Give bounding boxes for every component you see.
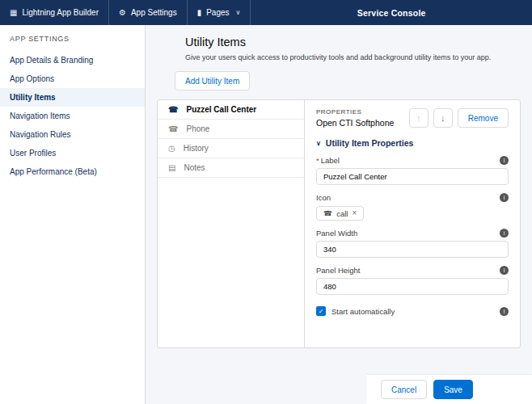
remove-icon-button[interactable]: × xyxy=(352,209,357,217)
label-field-label: Label xyxy=(321,156,340,165)
start-automatically-row: ✓ Start automatically i xyxy=(316,306,509,316)
top-navbar: ▦ Lightning App Builder ⚙ App Settings ▮… xyxy=(0,0,532,25)
utility-items-card: ☎ Puzzel Call Center ☎ Phone ◷ History ▤… xyxy=(157,99,521,348)
app-builder-title: Lightning App Builder xyxy=(22,8,99,17)
sidebar-item-utility-items[interactable]: Utility Items xyxy=(0,88,145,107)
panel-width-label: Panel Width xyxy=(316,229,357,238)
utility-item-label: Phone xyxy=(186,124,209,133)
utility-item-puzzel-call-center[interactable]: ☎ Puzzel Call Center xyxy=(158,100,304,120)
info-icon[interactable]: i xyxy=(500,193,509,202)
utility-items-title: Utility Items xyxy=(185,36,524,48)
properties-type: Open CTI Softphone xyxy=(316,118,394,128)
nav-app-settings[interactable]: ⚙ App Settings xyxy=(109,0,188,25)
icon-pill[interactable]: ☎ call × xyxy=(316,206,364,221)
add-utility-item-button[interactable]: Add Utility Item xyxy=(175,71,250,90)
label-field-group: * Label i xyxy=(316,156,509,185)
panel-height-input[interactable] xyxy=(316,278,509,295)
properties-actions: ↑ ↓ Remove xyxy=(409,108,509,128)
info-icon[interactable]: i xyxy=(500,229,509,238)
navbar-center: Service Console xyxy=(251,0,532,25)
call-icon: ☎ xyxy=(168,106,178,114)
utility-item-list: ☎ Puzzel Call Center ☎ Phone ◷ History ▤… xyxy=(158,100,305,347)
call-icon: ☎ xyxy=(323,209,332,217)
sidebar-item-app-performance[interactable]: App Performance (Beta) xyxy=(0,162,145,181)
properties-eyebrow: PROPERTIES xyxy=(316,108,394,116)
info-icon[interactable]: i xyxy=(500,307,509,316)
start-automatically-label: Start automatically xyxy=(331,307,395,316)
cancel-button[interactable]: Cancel xyxy=(381,380,427,399)
info-icon[interactable]: i xyxy=(500,266,509,275)
nav-pages-dropdown[interactable]: ▮ Pages ∨ xyxy=(188,0,251,25)
chevron-down-icon: ∨ xyxy=(236,9,241,16)
icon-field-group: Icon i ☎ call × xyxy=(316,193,509,221)
sidebar-item-navigation-rules[interactable]: Navigation Rules xyxy=(0,125,145,144)
label-input[interactable] xyxy=(316,168,509,185)
app-builder-home[interactable]: ▦ Lightning App Builder xyxy=(0,0,109,25)
chevron-down-icon: ∨ xyxy=(316,140,321,147)
call-icon: ☎ xyxy=(168,125,178,133)
panel-width-label-row: Panel Width i xyxy=(316,229,509,238)
utility-items-page: Utility Items Give your users quick acce… xyxy=(146,25,532,404)
nav-pages-label: Pages xyxy=(206,8,229,17)
save-bar: Cancel Save xyxy=(366,375,532,404)
panel-height-label-row: Panel Height i xyxy=(316,266,509,275)
panel-width-input[interactable] xyxy=(316,241,509,258)
panel-height-field-group: Panel Height i xyxy=(316,266,509,295)
utility-item-label: Notes xyxy=(184,163,205,172)
arrow-down-icon: ↓ xyxy=(441,113,445,123)
panel-width-field-group: Panel Width i xyxy=(316,229,509,258)
app-settings-sidebar: APP SETTINGS App Details & Branding App … xyxy=(0,25,146,404)
sidebar-item-user-profiles[interactable]: User Profiles xyxy=(0,144,145,162)
properties-header: PROPERTIES Open CTI Softphone ↑ ↓ Remove xyxy=(316,108,509,128)
gear-icon: ⚙ xyxy=(119,9,126,17)
save-button[interactable]: Save xyxy=(433,380,473,399)
sidebar-item-app-options[interactable]: App Options xyxy=(0,69,145,88)
sidebar-item-app-details-branding[interactable]: App Details & Branding xyxy=(0,51,145,69)
properties-panel: PROPERTIES Open CTI Softphone ↑ ↓ Remove… xyxy=(305,100,520,347)
icon-pill-label: call xyxy=(336,209,348,218)
panel-height-label: Panel Height xyxy=(316,266,360,275)
utility-item-phone[interactable]: ☎ Phone xyxy=(158,120,304,139)
section-title: Utility Item Properties xyxy=(326,138,414,148)
required-asterisk: * xyxy=(316,156,319,165)
nav-app-settings-label: App Settings xyxy=(131,8,177,17)
info-icon[interactable]: i xyxy=(500,156,509,165)
icon-field-label-row: Icon i xyxy=(316,193,509,202)
note-icon: ▤ xyxy=(168,164,175,172)
page-header: Utility Items Give your users quick acce… xyxy=(146,25,532,61)
pages-icon: ▮ xyxy=(197,9,202,17)
sidebar-item-navigation-items[interactable]: Navigation Items xyxy=(0,107,145,125)
utility-item-label: Puzzel Call Center xyxy=(186,105,256,114)
utility-item-label: History xyxy=(184,144,209,153)
page-title: Service Console xyxy=(357,8,426,18)
remove-button[interactable]: Remove xyxy=(458,108,509,128)
utility-items-description: Give your users quick access to producti… xyxy=(185,53,524,61)
icon-field-label: Icon xyxy=(316,193,331,202)
utility-item-properties-section-toggle[interactable]: ∨ Utility Item Properties xyxy=(316,138,509,148)
clock-icon: ◷ xyxy=(168,145,175,153)
utility-item-history[interactable]: ◷ History xyxy=(158,139,304,158)
properties-titles: PROPERTIES Open CTI Softphone xyxy=(316,108,394,128)
move-down-button[interactable]: ↓ xyxy=(433,108,453,128)
label-field-label-row: * Label i xyxy=(316,156,509,165)
move-up-button[interactable]: ↑ xyxy=(409,108,429,128)
start-automatically-checkbox[interactable]: ✓ xyxy=(316,306,326,316)
arrow-up-icon: ↑ xyxy=(416,113,421,123)
utility-item-notes[interactable]: ▤ Notes xyxy=(158,158,304,178)
app-builder-icon: ▦ xyxy=(10,9,17,17)
sidebar-heading: APP SETTINGS xyxy=(0,25,145,51)
